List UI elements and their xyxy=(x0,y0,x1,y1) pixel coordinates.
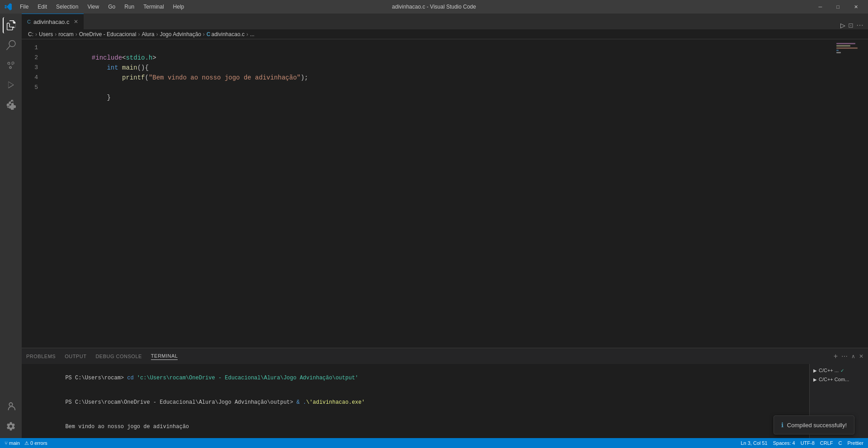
terminal-content[interactable]: PS C:\Users\rocam> cd 'c:\Users\rocam\On… xyxy=(22,364,809,438)
line-num-3: 3 xyxy=(22,63,38,73)
activity-settings[interactable] xyxy=(3,418,19,434)
activity-extensions[interactable] xyxy=(3,97,19,113)
code-editor[interactable]: 1 2 3 4 5 #include<stdio.h> int main(){ xyxy=(22,39,835,348)
toast-notification: ℹ Compiled successfully! xyxy=(774,415,854,434)
minimap-line-2 xyxy=(836,45,850,47)
line-num-5: 5 xyxy=(22,83,38,93)
terminal-line-1: PS C:\Users\rocam> cd 'c:\Users\rocam\On… xyxy=(26,366,805,390)
line-num-2: 2 xyxy=(22,53,38,63)
panel-tab-output[interactable]: OUTPUT xyxy=(65,353,86,360)
scrollbar-track[interactable] xyxy=(862,39,868,348)
panel-close-icon[interactable]: ✕ xyxy=(859,353,863,359)
activity-account[interactable] xyxy=(3,398,19,415)
menu-bar: File Edit Selection View Go Run Terminal… xyxy=(16,3,188,11)
hash-icon: #include xyxy=(92,54,122,61)
terminal-label-2: C/C++ Com... xyxy=(819,377,849,382)
tab-bar: C adivinhacao.c ✕ ▷ ⊡ ⋯ xyxy=(22,14,868,29)
minimap-content xyxy=(835,39,862,58)
breadcrumb-alura: Alura xyxy=(142,31,154,37)
title-bar-left: File Edit Selection View Go Run Terminal… xyxy=(5,3,188,11)
panel-area: PROBLEMS OUTPUT DEBUG CONSOLE TERMINAL +… xyxy=(22,348,868,438)
menu-terminal[interactable]: Terminal xyxy=(140,3,167,11)
panel-tab-terminal[interactable]: TERMINAL xyxy=(151,352,178,360)
panel-tab-debug[interactable]: DEBUG CONSOLE xyxy=(95,353,142,360)
line-numbers: 1 2 3 4 5 xyxy=(22,39,44,348)
breadcrumb-drive: C: xyxy=(28,31,33,37)
minimap-line-5 xyxy=(836,52,841,53)
status-branch[interactable]: ⑂ main xyxy=(5,440,20,446)
tab-close-icon[interactable]: ✕ xyxy=(74,19,78,25)
tab-label: adivinhacao.c xyxy=(33,19,70,25)
menu-help[interactable]: Help xyxy=(170,3,188,11)
activity-run[interactable] xyxy=(3,77,19,93)
editor-with-minimap: 1 2 3 4 5 #include<stdio.h> int main(){ xyxy=(22,39,868,348)
terminal-list-item-1[interactable]: ▶ C/C++ ... ✓ xyxy=(810,366,868,375)
menu-selection[interactable]: Selection xyxy=(52,3,82,11)
breadcrumb-dots: ... xyxy=(250,31,255,37)
panel-body: PS C:\Users\rocam> cd 'c:\Users\rocam\On… xyxy=(22,364,868,438)
activity-search[interactable] xyxy=(3,37,19,53)
code-content[interactable]: #include<stdio.h> int main(){ printf("Be… xyxy=(44,39,835,348)
code-line-2: int main(){ xyxy=(44,53,835,63)
terminal-line-3: Bem vindo ao nosso jogo de adivinhação xyxy=(26,415,805,438)
breadcrumb-file: adivinhacao.c xyxy=(212,31,245,37)
terminal-icon-1: ▶ xyxy=(813,368,817,373)
toast-message: Compiled successfully! xyxy=(787,422,847,429)
tab-c-icon: C xyxy=(27,19,31,24)
code-line-3: printf("Bem vindo ao nosso jogo de adivi… xyxy=(44,63,835,73)
activity-bar xyxy=(0,14,22,438)
breadcrumb-users: Users xyxy=(39,31,53,37)
main-layout: C adivinhacao.c ✕ ▷ ⊡ ⋯ C: › Users › roc… xyxy=(0,14,868,438)
status-formatter[interactable]: Prettier xyxy=(848,440,863,446)
code-line-1: #include<stdio.h> xyxy=(44,43,835,53)
close-button[interactable]: ✕ xyxy=(849,2,863,12)
activity-source-control[interactable] xyxy=(3,57,19,73)
activity-explorer[interactable] xyxy=(3,17,19,33)
minimap-line-4 xyxy=(836,50,839,51)
status-spaces[interactable]: Spaces: 4 xyxy=(773,440,795,446)
panel-tab-problems[interactable]: PROBLEMS xyxy=(26,353,56,360)
line-num-4: 4 xyxy=(22,73,38,83)
tab-adivinhacao[interactable]: C adivinhacao.c ✕ xyxy=(22,14,84,29)
status-encoding[interactable]: UTF-8 xyxy=(801,440,815,446)
status-ln-col[interactable]: Ln 3, Col 51 xyxy=(741,440,767,446)
menu-run[interactable]: Run xyxy=(121,3,138,11)
menu-view[interactable]: View xyxy=(84,3,103,11)
menu-go[interactable]: Go xyxy=(104,3,119,11)
terminal-icon-2: ▶ xyxy=(813,377,817,382)
status-eol[interactable]: CRLF xyxy=(820,440,833,446)
breadcrumb-jogo: Jogo Advinhação xyxy=(160,31,201,37)
tab-actions: ▷ ⊡ ⋯ xyxy=(840,21,868,29)
breadcrumb-user: rocam xyxy=(58,31,73,37)
split-editor-icon[interactable]: ⊡ xyxy=(848,22,854,29)
panel-add-icon[interactable]: + xyxy=(834,352,838,360)
panel-more-icon[interactable]: ⋯ xyxy=(841,353,848,360)
minimize-button[interactable]: ─ xyxy=(813,2,828,11)
status-errors[interactable]: ⚠ 0 errors xyxy=(24,440,47,446)
minimap xyxy=(835,39,862,348)
status-language[interactable]: C xyxy=(839,440,842,446)
status-bar: ⑂ main ⚠ 0 errors Ln 3, Col 51 Spaces: 4… xyxy=(0,438,868,448)
terminal-label-1: C/C++ ... xyxy=(819,368,839,373)
menu-file[interactable]: File xyxy=(16,3,32,11)
minimap-line-3 xyxy=(836,47,858,49)
window-title: adivinhacao.c - Visual Studio Code xyxy=(392,4,476,10)
code-line-5: } xyxy=(44,83,835,93)
vscode-logo-icon xyxy=(5,3,12,10)
status-right: Ln 3, Col 51 Spaces: 4 UTF-8 CRLF C Pret… xyxy=(741,440,863,446)
window-controls: ─ □ ✕ xyxy=(813,2,863,12)
editor-area: C adivinhacao.c ✕ ▷ ⊡ ⋯ C: › Users › roc… xyxy=(22,14,868,438)
minimap-line-1 xyxy=(836,43,855,44)
breadcrumb: C: › Users › rocam › OneDrive - Educacio… xyxy=(22,29,868,39)
toast-info-icon: ℹ xyxy=(781,421,783,429)
terminal-line-2: PS C:\Users\rocam\OneDrive - Educacional… xyxy=(26,390,805,415)
terminal-check-1: ✓ xyxy=(840,368,844,373)
maximize-button[interactable]: □ xyxy=(831,2,845,11)
more-actions-icon[interactable]: ⋯ xyxy=(856,21,863,29)
activity-bottom xyxy=(3,398,19,434)
panel-collapse-icon[interactable]: ∧ xyxy=(851,353,855,359)
run-split-icon[interactable]: ▷ xyxy=(840,22,845,29)
menu-edit[interactable]: Edit xyxy=(34,3,51,11)
terminal-list-item-2[interactable]: ▶ C/C++ Com... xyxy=(810,375,868,384)
breadcrumb-c-icon: C xyxy=(207,31,211,37)
